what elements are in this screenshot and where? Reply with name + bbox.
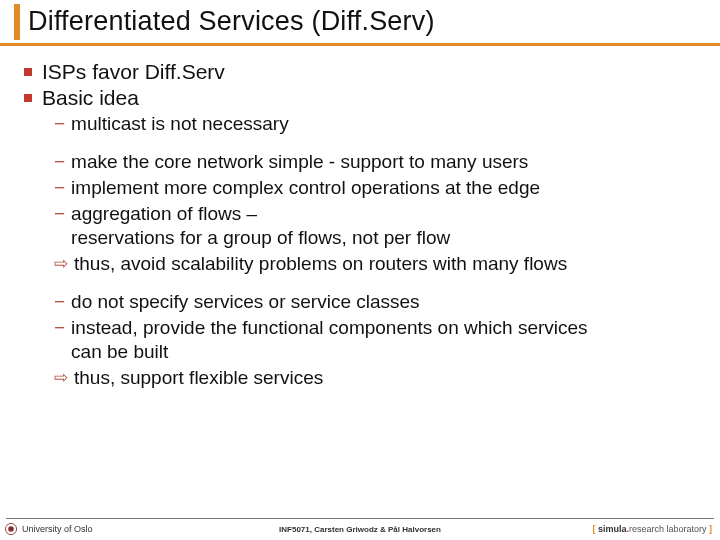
dash-icon: − <box>54 316 65 340</box>
bullet-text: Basic idea <box>42 86 139 110</box>
sub-text-line: can be built <box>71 341 168 362</box>
bullet-lvl1: Basic idea <box>24 86 708 110</box>
title-area: Differentiated Services (Diff.Serv) <box>0 0 720 39</box>
slide-body: ISPs favor Diff.Serv Basic idea − multic… <box>0 46 720 390</box>
svg-point-1 <box>8 526 14 532</box>
sub-text: do not specify services or service class… <box>71 290 419 314</box>
sub-text: thus, avoid scalability problems on rout… <box>74 252 567 276</box>
sub-text-line: reservations for a group of flows, not p… <box>71 227 450 248</box>
sub-bullet: − make the core network simple - support… <box>54 150 708 174</box>
footer-rule <box>6 518 714 519</box>
dash-icon: − <box>54 176 65 200</box>
square-bullet-icon <box>24 68 32 76</box>
simula-word: simula <box>598 524 627 534</box>
footer: University of Oslo INF5071, Carsten Griw… <box>0 518 720 540</box>
bracket-icon: ] <box>707 524 713 534</box>
sub-text: make the core network simple - support t… <box>71 150 528 174</box>
bullet-lvl1: ISPs favor Diff.Serv <box>24 60 708 84</box>
sub-text: instead, provide the functional componen… <box>71 316 587 364</box>
square-bullet-icon <box>24 94 32 102</box>
title-accent-bar <box>14 4 20 40</box>
uio-seal-icon <box>4 522 18 536</box>
dash-icon: − <box>54 150 65 174</box>
footer-left: University of Oslo <box>22 524 93 534</box>
sub-text: aggregation of flows – reservations for … <box>71 202 450 250</box>
dash-icon: − <box>54 290 65 314</box>
sub-bullet: ⇨ thus, avoid scalability problems on ro… <box>54 252 708 276</box>
slide-title: Differentiated Services (Diff.Serv) <box>28 6 720 37</box>
sub-bullet: − do not specify services or service cla… <box>54 290 708 314</box>
sub-bullet: − aggregation of flows – reservations fo… <box>54 202 708 250</box>
sub-text-line: instead, provide the functional componen… <box>71 317 587 338</box>
sub-bullet: ⇨ thus, support flexible services <box>54 366 708 390</box>
sub-bullet: − instead, provide the functional compon… <box>54 316 708 364</box>
footer-right: [ simula.research laboratory ] <box>592 524 712 534</box>
dash-icon: − <box>54 202 65 226</box>
sub-text: thus, support flexible services <box>74 366 323 390</box>
sub-bullet: − implement more complex control operati… <box>54 176 708 200</box>
arrow-icon: ⇨ <box>54 252 68 276</box>
sub-text: implement more complex control operation… <box>71 176 540 200</box>
footer-center: INF5071, Carsten Griwodz & Pål Halvorsen <box>279 525 441 534</box>
sub-block: − multicast is not necessary − make the … <box>24 112 708 390</box>
bullet-text: ISPs favor Diff.Serv <box>42 60 225 84</box>
sub-text-line: aggregation of flows – <box>71 203 257 224</box>
arrow-icon: ⇨ <box>54 366 68 390</box>
dash-icon: − <box>54 112 65 136</box>
sub-text: multicast is not necessary <box>71 112 289 136</box>
sub-bullet: − multicast is not necessary <box>54 112 708 136</box>
simula-rest: research laboratory <box>629 524 707 534</box>
